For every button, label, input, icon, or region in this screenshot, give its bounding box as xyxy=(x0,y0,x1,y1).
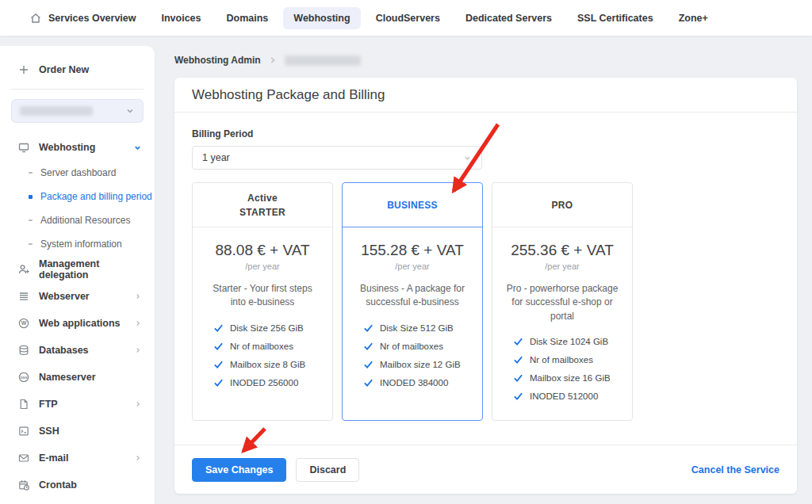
feature-label: Disk Size 512 GiB xyxy=(380,323,454,333)
feature-label: INODED 512000 xyxy=(530,391,598,401)
package-features: Disk Size 1024 GiB Nr of mailboxes Mailb… xyxy=(500,336,624,401)
package-title: Active STARTER xyxy=(193,183,332,227)
sidebar-item-web-applications[interactable]: W Web applications xyxy=(0,310,155,337)
package-cards: Active STARTER 88.08 € + VAT /per year S… xyxy=(192,182,779,421)
nav-label: Services Overview xyxy=(48,13,136,24)
package-card-business[interactable]: BUSINESS 155.28 € + VAT /per year Busine… xyxy=(342,182,483,421)
package-period: /per year xyxy=(201,262,324,271)
database-icon xyxy=(17,344,30,357)
feature-label: Nr of mailboxes xyxy=(530,355,593,365)
file-icon xyxy=(17,398,30,410)
nav-label: Zone+ xyxy=(679,13,708,24)
sidebar-subitem-label: Server dashboard xyxy=(40,167,116,178)
feature-label: Mailbox size 16 GiB xyxy=(530,373,611,383)
package-title-line: Active xyxy=(247,191,278,205)
billing-period-label: Billing Period xyxy=(192,128,779,139)
server-stack-icon xyxy=(17,290,30,303)
svg-text:DNS: DNS xyxy=(21,376,28,380)
sidebar-item-crontab[interactable]: Crontab xyxy=(0,472,155,498)
sidebar-item-label: E-mail xyxy=(39,452,69,464)
chevron-right-icon xyxy=(134,319,142,327)
package-description: Business - A package for successful e-bu… xyxy=(355,282,469,310)
sidebar-subitem-additional-resources[interactable]: Additional Resources xyxy=(0,208,155,232)
sidebar-subitem-system-information[interactable]: System information xyxy=(0,232,155,256)
billing-period-select[interactable]: 1 year xyxy=(192,146,482,170)
save-changes-button[interactable]: Save Changes xyxy=(192,458,286,482)
sidebar-subitem-server-dashboard[interactable]: Server dashboard xyxy=(0,161,155,185)
bullet-icon xyxy=(29,172,33,174)
sidebar-item-label: SSH xyxy=(39,426,59,437)
chevron-right-icon xyxy=(134,454,142,462)
nav-invoices[interactable]: Invoices xyxy=(151,7,212,29)
nav-cloudservers[interactable]: CloudServers xyxy=(366,7,450,29)
nav-ssl-certificates[interactable]: SSL Certificates xyxy=(567,7,664,29)
feature-item: Disk Size 256 GiB xyxy=(213,323,324,333)
sidebar-item-nameserver[interactable]: DNS Nameserver xyxy=(0,364,155,391)
check-icon xyxy=(513,391,523,401)
sidebar-item-ftp[interactable]: FTP xyxy=(0,391,155,418)
redacted-breadcrumb-item xyxy=(285,55,361,66)
feature-item: INODED 256000 xyxy=(213,377,324,388)
nav-domains[interactable]: Domains xyxy=(216,7,279,29)
package-features: Disk Size 256 GiB Nr of mailboxes Mailbo… xyxy=(201,323,324,388)
nav-services-overview[interactable]: Services Overview xyxy=(19,6,147,30)
feature-item: Disk Size 512 GiB xyxy=(363,323,474,333)
nav-dedicated-servers[interactable]: Dedicated Servers xyxy=(455,7,562,29)
package-title: PRO xyxy=(492,183,632,227)
sidebar-subitem-package-and-billing-period[interactable]: Package and billing period xyxy=(0,185,155,208)
package-description: Starter - Your first steps into e-busine… xyxy=(205,282,320,310)
chevron-down-icon xyxy=(133,143,142,152)
breadcrumb-root[interactable]: Webhosting Admin xyxy=(174,55,261,66)
check-icon xyxy=(513,336,523,346)
nav-webhosting[interactable]: Webhosting xyxy=(283,7,360,29)
chevron-right-icon xyxy=(269,56,277,64)
sidebar-item-ssh[interactable]: SSH xyxy=(0,418,155,445)
package-price: 88.08 € + VAT xyxy=(201,242,324,259)
feature-item: INODED 512000 xyxy=(513,391,624,401)
cancel-service-link[interactable]: Cancel the Service xyxy=(691,464,779,475)
sidebar: Order New Webhosting Server dashboard Pa… xyxy=(0,46,155,504)
feature-item: INODED 384000 xyxy=(363,377,474,388)
feature-item: Mailbox size 16 GiB xyxy=(513,372,624,383)
package-card-pro[interactable]: PRO 255.36 € + VAT /per year Pro - power… xyxy=(492,182,633,421)
sidebar-item-label: Management delegation xyxy=(39,258,142,281)
package-price: 255.36 € + VAT xyxy=(500,242,624,259)
dns-icon: DNS xyxy=(17,371,30,384)
chevron-down-icon xyxy=(125,106,135,116)
sidebar-item-webserver[interactable]: Webserver xyxy=(0,283,155,310)
sidebar-item-email[interactable]: E-mail xyxy=(0,445,155,472)
sidebar-item-label: FTP xyxy=(39,399,58,410)
sidebar-item-databases[interactable]: Databases xyxy=(0,337,155,364)
monitor-icon xyxy=(17,141,30,154)
order-new-label: Order New xyxy=(39,64,89,75)
nav-label: SSL Certificates xyxy=(577,13,653,24)
svg-text:W: W xyxy=(21,320,27,326)
account-select[interactable] xyxy=(11,99,144,123)
order-new-button[interactable]: Order New xyxy=(0,59,155,81)
sidebar-subitem-label: Package and billing period xyxy=(40,191,152,202)
nav-label: Dedicated Servers xyxy=(465,13,552,24)
discard-button[interactable]: Discard xyxy=(296,458,359,482)
package-title-line: PRO xyxy=(552,198,573,212)
plus-icon xyxy=(17,63,30,76)
sidebar-item-label: Webserver xyxy=(39,291,90,302)
envelope-icon xyxy=(17,452,30,464)
feature-item: Disk Size 1024 GiB xyxy=(513,336,624,346)
nav-zone-plus[interactable]: Zone+ xyxy=(668,7,718,29)
package-features: Disk Size 512 GiB Nr of mailboxes Mailbo… xyxy=(350,323,474,388)
sidebar-item-label: Databases xyxy=(39,345,89,356)
bullet-icon xyxy=(29,220,33,221)
package-card-starter[interactable]: Active STARTER 88.08 € + VAT /per year S… xyxy=(192,182,333,421)
check-icon xyxy=(513,354,523,365)
feature-label: Nr of mailboxes xyxy=(380,342,443,351)
feature-item: Nr of mailboxes xyxy=(213,341,324,351)
check-icon xyxy=(363,341,373,351)
chevron-right-icon xyxy=(134,292,142,300)
feature-label: Mailbox size 12 GiB xyxy=(380,360,461,369)
bullet-icon xyxy=(29,243,33,245)
sidebar-item-management-delegation[interactable]: Management delegation xyxy=(0,256,155,283)
calendar-clock-icon xyxy=(17,479,30,491)
check-icon xyxy=(363,323,373,333)
sidebar-item-webhosting[interactable]: Webhosting xyxy=(0,134,155,161)
chevron-down-icon xyxy=(463,154,472,162)
